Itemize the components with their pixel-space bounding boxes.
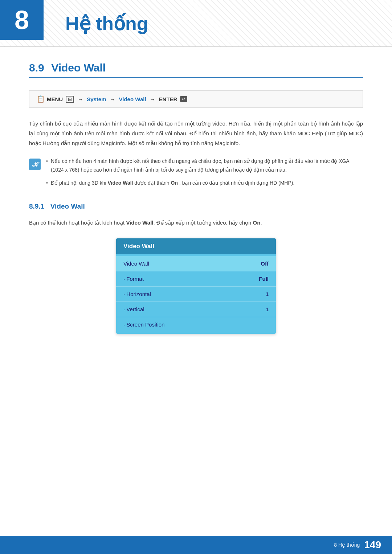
note-item-1: • Nếu có nhiều hơn 4 màn hình được kết n… xyxy=(46,157,363,175)
menu-item-horizontal[interactable]: · Horizontal 1 xyxy=(116,287,276,302)
note-item-2: • Để phát nội dung 3D khi Video Wall đượ… xyxy=(46,179,363,188)
menu-item-screen-position[interactable]: · Screen Position xyxy=(116,317,276,332)
footer-chapter: 8 Hệ thống xyxy=(334,542,360,548)
chapter-number: 8 xyxy=(0,0,44,40)
section-title: Video Wall xyxy=(51,62,106,74)
subsection-body: Bạn có thể kích hoạt hoặc tắt kích hoạt … xyxy=(29,218,363,227)
menu-item-vertical[interactable]: · Vertical 1 xyxy=(116,302,276,317)
menu-box-items: Video Wall Off · Format Full · Horizonta… xyxy=(116,254,276,334)
menu-path: 📋 MENU ⊞ → System → Video Wall → ENTER ↵ xyxy=(29,90,363,108)
subsection-title: Video Wall xyxy=(50,202,85,210)
menu-item-videowall[interactable]: Video Wall Off xyxy=(116,256,276,271)
footer-page: 149 xyxy=(364,539,381,551)
menu-box-title: Video Wall xyxy=(116,238,276,254)
note-icon: 𝒦 xyxy=(29,159,41,170)
chapter-title: Hệ thống xyxy=(65,13,148,34)
notes-section: 𝒦 • Nếu có nhiều hơn 4 màn hình được kết… xyxy=(29,157,363,192)
section-number: 8.9 xyxy=(29,62,44,74)
body-text: Tùy chỉnh bố cục của nhiều màn hình được… xyxy=(29,119,363,148)
menu-item-format[interactable]: · Format Full xyxy=(116,271,276,287)
subsection-number: 8.9.1 xyxy=(29,202,44,210)
video-wall-menu-box: Video Wall Video Wall Off · Format Full … xyxy=(116,238,276,334)
